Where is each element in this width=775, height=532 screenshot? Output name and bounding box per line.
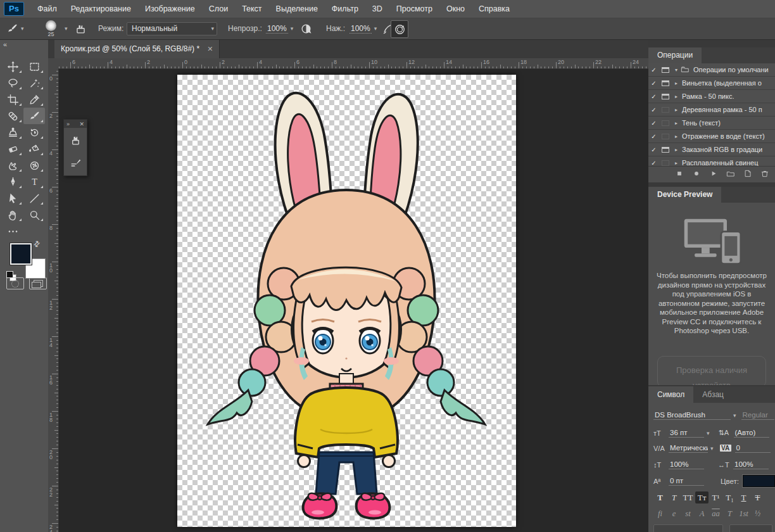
history-brush-tool[interactable] [23,124,45,141]
vertical-scale-input[interactable]: 100% [669,460,704,469]
tab-device-preview[interactable]: Device Preview [648,187,721,203]
tracking-select[interactable]: 0 [735,443,771,453]
menu-item-9[interactable]: Окно [439,4,472,13]
action-check-icon[interactable]: ✓ [648,80,659,87]
collapse-toolbar-icon[interactable]: « [3,41,6,48]
action-expand-icon[interactable]: ▾ [672,67,681,73]
menu-item-3[interactable]: Слои [202,4,235,13]
marquee-tool[interactable] [23,58,45,75]
stylistic-alternates-button[interactable]: aa [709,508,722,520]
action-dialog-toggle-icon[interactable] [662,134,669,139]
brush-settings-button[interactable] [70,156,82,171]
swash-button[interactable]: A [695,508,709,520]
action-row-4[interactable]: ✓▸Тень (текст) [648,117,775,130]
close-tab-icon[interactable]: ✕ [207,45,213,53]
superscript-button[interactable]: T¹ [709,491,722,504]
discretionary-ligatures-button[interactable]: st [681,508,695,520]
action-dialog-toggle-icon[interactable] [662,67,669,73]
eyedropper-tool[interactable] [23,91,45,108]
contextual-alternates-button[interactable]: e [667,508,681,520]
font-style-select[interactable]: Regular [741,410,774,420]
menu-item-5[interactable]: Выделение [269,4,325,13]
brush-size-caret[interactable]: ▾ [62,18,68,39]
menu-item-6[interactable]: Фильтр [325,4,365,13]
action-dialog-toggle-icon[interactable] [662,80,669,86]
antialias-select[interactable] [729,524,772,532]
smudge-tool[interactable] [2,157,23,174]
pen-tool[interactable] [2,174,23,190]
action-row-5[interactable]: ✓▸Отражение в воде (текст) [648,130,775,143]
close-panel-icon[interactable]: ✕ [79,121,84,127]
line-tool[interactable] [23,190,45,206]
subscript-button[interactable]: T₁ [723,491,736,504]
check-devices-button[interactable]: Проверка наличия устройств [657,356,766,385]
swap-colors-icon[interactable]: ⇄ [32,238,42,249]
menu-item-7[interactable]: 3D [365,4,389,13]
action-check-icon[interactable]: ✓ [648,66,659,73]
crop-tool[interactable] [2,91,23,108]
brush-size-picker[interactable]: 25 [46,18,56,39]
brush-tool[interactable] [23,108,45,124]
titling-alternates-button[interactable]: T [723,508,736,520]
new-set-button[interactable] [726,169,735,180]
stop-button[interactable] [675,169,684,180]
mode-select[interactable]: Нормальный ▾ [127,18,217,39]
faux-italic-button[interactable]: T [667,491,681,504]
action-dialog-toggle-icon[interactable] [662,160,669,166]
action-dialog-toggle-icon[interactable] [662,120,669,126]
ordinals-button[interactable]: 1st [737,508,750,520]
menu-item-8[interactable]: Просмотр [389,4,439,13]
move-tool[interactable] [2,58,23,75]
toggle-brush-panel-button[interactable] [75,18,87,39]
strikethrough-button[interactable]: T [751,491,764,504]
delete-button[interactable] [760,169,769,180]
menu-item-1[interactable]: Редактирование [64,4,138,13]
opacity-select[interactable]: 100% ▾ [266,18,293,39]
action-row-6[interactable]: ✓▸Заказной RGB в градаци [648,143,775,156]
small-caps-button[interactable]: Tт [695,491,709,504]
fractions-button[interactable]: ½ [751,508,764,520]
action-row-0[interactable]: ✓▾Операции по умолчани [648,63,775,77]
new-action-button[interactable] [743,169,752,180]
clone-stamp-tool[interactable] [2,124,23,141]
document-canvas[interactable] [177,75,516,527]
healing-brush-tool[interactable] [2,108,23,124]
text-color-swatch[interactable] [743,475,775,487]
record-button[interactable] [692,169,701,180]
screen-mode-button[interactable] [29,277,47,289]
type-tool[interactable]: T [23,174,45,190]
baseline-shift-input[interactable]: 0 пт [669,476,704,486]
action-dialog-toggle-icon[interactable] [662,147,669,153]
action-dialog-toggle-icon[interactable] [662,94,669,99]
underline-button[interactable]: T [737,491,750,504]
action-check-icon[interactable]: ✓ [648,146,659,153]
action-expand-icon[interactable]: ▸ [672,107,681,113]
menu-item-4[interactable]: Текст [235,4,268,13]
menu-item-2[interactable]: Изображение [138,4,202,13]
action-expand-icon[interactable]: ▸ [672,94,681,99]
action-dialog-toggle-icon[interactable] [662,107,669,113]
action-row-1[interactable]: ✓▸Виньетка (выделенная о [648,77,775,90]
magic-wand-tool[interactable] [23,75,45,91]
paint-bucket-tool[interactable] [23,141,45,157]
font-family-select[interactable]: DS BroadBrush [653,410,731,420]
font-size-select[interactable]: 36 пт [669,428,704,438]
expand-panel-icon[interactable]: » [66,121,70,127]
tab-character[interactable]: Символ [648,386,693,403]
action-expand-icon[interactable]: ▸ [672,147,681,153]
action-check-icon[interactable]: ✓ [648,93,659,100]
action-expand-icon[interactable]: ▸ [672,160,681,166]
menu-item-0[interactable]: Файл [30,4,64,13]
action-expand-icon[interactable]: ▸ [672,134,681,139]
edit-toolbar[interactable] [2,223,23,239]
action-check-icon[interactable]: ✓ [648,106,659,113]
flow-select[interactable]: 100% ▾ [350,18,377,39]
action-check-icon[interactable]: ✓ [648,133,659,140]
brushes-panel-button[interactable] [70,134,82,149]
tab-paragraph[interactable]: Абзац [693,386,733,403]
action-expand-icon[interactable]: ▸ [672,80,681,86]
airbrush-toggle-button[interactable] [391,20,408,38]
kerning-select[interactable]: Метрически [669,443,708,453]
foreground-color-swatch[interactable] [10,243,32,265]
action-row-3[interactable]: ✓▸Деревянная рамка - 50 п [648,103,775,117]
